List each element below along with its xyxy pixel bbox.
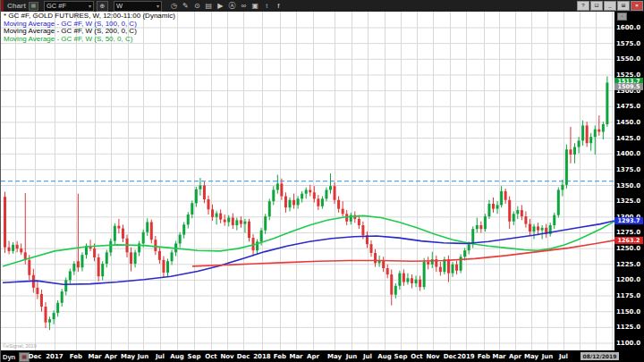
play-icon[interactable]: ▶: [216, 1, 225, 11]
price-tick-label: 1475.0: [616, 103, 640, 110]
window-buttons: ?⊡_⊞×: [576, 1, 643, 11]
zoom-tool-icon[interactable]: ⊙: [192, 1, 202, 11]
watermark: ©eSignal, 2019: [3, 343, 37, 349]
price-tick-label: 1400.0: [616, 150, 640, 157]
comment-icon[interactable]: ▣: [250, 1, 260, 11]
chart-grid-icon[interactable]: ▦: [29, 2, 38, 11]
toolbar: Chart ▦ GC #F ▾ ⊕ W ▾ ◷✎⊙▤▶Ⓐ∞▣tf ?⊡_⊞×: [1, 0, 644, 13]
alerts-icon[interactable]: Ⓐ: [227, 1, 237, 11]
clock-icon[interactable]: ◷: [169, 1, 179, 11]
close-button[interactable]: ×: [631, 1, 643, 11]
settlement-badge: 1509.5: [614, 83, 643, 90]
price-tick-label: 1550.0: [616, 55, 640, 63]
news-icon[interactable]: ▤: [204, 1, 214, 11]
link-icon[interactable]: ∞: [239, 1, 249, 11]
ma100-badge: 1293.7: [614, 217, 643, 224]
help-button[interactable]: ?: [577, 1, 589, 11]
price-tick-label: 1100.0: [616, 340, 640, 347]
candlestick-chart[interactable]: [1, 12, 614, 350]
legend-line-3: Moving Average - GC #F, W (S, 50, 0, C): [4, 36, 175, 44]
price-tick-label: 1425.0: [616, 135, 640, 142]
facebook-icon[interactable]: f: [274, 1, 284, 11]
interval-input[interactable]: W ▾: [114, 1, 162, 12]
price-tick-label: 1250.0: [616, 245, 640, 252]
price-tick-label: 1175.0: [616, 292, 640, 299]
price-tick-label: 1325.0: [616, 198, 640, 205]
restore-button[interactable]: ⊞: [617, 1, 630, 11]
price-tick-label: 1125.0: [616, 324, 640, 331]
time-tick-label: Jul: [552, 353, 575, 360]
interval-value: W: [116, 2, 123, 10]
chart-legend: * GC #F, GOLD FUTURES, W, 12:00-11:00 (D…: [4, 13, 175, 43]
price-tick-label: 1200.0: [616, 276, 640, 283]
pencil-draw-icon[interactable]: ✎: [181, 1, 191, 11]
price-tick-label: 1600.0: [616, 24, 640, 31]
price-tick-label: 1450.0: [616, 119, 640, 126]
cursor-date-badge: 08/12/2019: [580, 352, 619, 360]
price-tick-label: 1150.0: [616, 308, 640, 316]
window-accent: [1, 0, 4, 12]
symbol-search-icon[interactable]: ⊕: [97, 1, 108, 12]
chevron-down-icon[interactable]: ▾: [153, 3, 159, 9]
twitter-icon[interactable]: t: [262, 1, 272, 11]
symbol-input[interactable]: GC #F ▾: [44, 1, 94, 12]
pane-restore-icon[interactable]: ▫: [617, 13, 627, 21]
time-tick-label: 2017: [43, 353, 66, 360]
toolbar-icon-row: ◷✎⊙▤▶Ⓐ∞▣tf: [167, 1, 284, 11]
time-axis[interactable]: Dyn ▦ 08/12/2019 Dec2017FebMarAprMayJunJ…: [1, 350, 644, 362]
minimize-button[interactable]: _: [604, 1, 616, 11]
price-axis[interactable]: ▫ 1600.01575.01550.01525.01500.01475.014…: [614, 12, 644, 350]
symbol-value: GC #F: [47, 2, 66, 10]
price-tick-label: 1275.0: [616, 229, 640, 236]
price-tick-label: 1575.0: [616, 40, 640, 47]
price-tick-label: 1375.0: [616, 166, 640, 173]
chart-canvas[interactable]: * GC #F, GOLD FUTURES, W, 12:00-11:00 (D…: [1, 12, 614, 350]
price-tick-label: 1350.0: [616, 182, 640, 189]
dyn-mode-label: Dyn: [3, 353, 15, 361]
chevron-down-icon[interactable]: ▾: [85, 3, 91, 9]
price-tick-label: 1225.0: [616, 261, 640, 268]
ma200-badge: 1263.2: [614, 237, 643, 244]
chart-window-label: Chart: [7, 2, 26, 10]
time-tick-label: Apr: [301, 353, 325, 360]
pane-button[interactable]: ⊡: [590, 1, 603, 11]
